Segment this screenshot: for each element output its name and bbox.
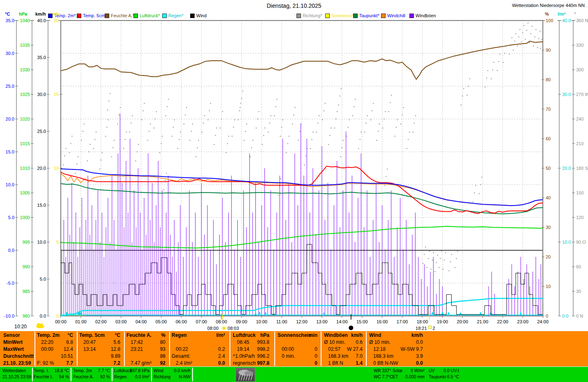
tick-label: 01:00 bbox=[75, 319, 87, 324]
tick-label: 10 bbox=[54, 166, 59, 171]
status-divider bbox=[71, 368, 71, 381]
chart-plot[interactable]: 35.030.025.020.015.010.05.00.0-5.0-10.01… bbox=[0, 0, 588, 330]
tick-label: 360 N bbox=[576, 18, 588, 23]
status-line: Wind0.0 km/h bbox=[153, 367, 191, 373]
tick-label: 10.0 bbox=[6, 182, 14, 187]
tick-label: 0 bbox=[56, 313, 59, 318]
tick-label: 30.0 bbox=[6, 51, 14, 56]
table-row: Regenl/m² bbox=[170, 332, 227, 339]
table-row: 13:1412.8 bbox=[78, 346, 122, 353]
tick-label: 40.0 bbox=[37, 18, 46, 23]
status-line: Luftdruck997.8 hPa bbox=[113, 367, 150, 373]
tick-label: 5 bbox=[56, 240, 59, 245]
table-row: 17:4280 bbox=[125, 339, 168, 346]
tick-label: 13:00 bbox=[316, 319, 328, 324]
tick-label: 1015 bbox=[20, 141, 30, 146]
table-column-luftdruck: LuftdruckhPa06:45993.819:14998.2^1.0hPa/… bbox=[231, 331, 271, 366]
tick-label: 18:00 bbox=[417, 319, 428, 324]
status-cell-l4: Wind0.0 km/hRichtungN-NW bbox=[153, 367, 191, 382]
table-column-temp-5cm: Temp. 5cm°C20:475.613:1412.89.897.2 bbox=[78, 331, 122, 366]
tick-label: 20 bbox=[546, 254, 551, 259]
status-line: WC 7.7°C bbox=[373, 373, 390, 379]
table-row: 86 bbox=[125, 353, 168, 360]
tick-label: 02:00 bbox=[95, 319, 107, 324]
table-column-windb-en: Windböenkm/hØ 10 min.0.602:57W 27.4168.3… bbox=[322, 331, 365, 366]
table-row: 00:220.2 bbox=[170, 346, 227, 353]
tick-label: 0 N bbox=[576, 313, 583, 318]
tick-label: 10.0 bbox=[562, 240, 571, 245]
tick-label: 980 bbox=[23, 313, 30, 318]
table-row: 2.4 l/m²0.0 bbox=[170, 360, 227, 367]
tick-label: 70 bbox=[546, 107, 551, 112]
tick-label: 985 bbox=[23, 289, 30, 294]
table-row: Ø 10 min.0.6 bbox=[322, 339, 365, 346]
status-line: Feuchte I.54 % bbox=[33, 373, 70, 379]
status-cell-l3: Luftdruck997.8 hPaRegen0.0 l/m² bbox=[113, 367, 150, 382]
table-divider bbox=[230, 332, 230, 366]
table-row: 22:206.8 bbox=[35, 339, 75, 346]
table-row: 23:2193 bbox=[125, 346, 168, 353]
table-column-temp-2m: Temp. 2m°C22:206.800:0012.410.51F: 92 %7… bbox=[35, 331, 75, 366]
status-line: Wetterdaten bbox=[2, 367, 31, 373]
summary-table: SensorMinWertMaxWertDurchschnitt21.10. 2… bbox=[0, 330, 588, 367]
tick-label: 80 bbox=[546, 77, 551, 82]
status-cell-l1: Temp. I.18.8 °CFeuchte I.54 % bbox=[33, 367, 70, 382]
tick-label: 16:00 bbox=[377, 319, 388, 324]
tick-label: 05:00 bbox=[156, 319, 167, 324]
tick-label: 30 bbox=[546, 225, 551, 230]
tick-label: 300 bbox=[576, 67, 583, 72]
tick-label: 150 bbox=[576, 190, 583, 195]
status-cell-l0: Wetterdaten21.10.25 23:59 bbox=[2, 367, 31, 382]
table-row: Sensor bbox=[2, 332, 33, 339]
tick-label: -5.0 bbox=[7, 281, 14, 286]
table-row: Sonnenscheinmin bbox=[276, 332, 319, 339]
table-row: 00:0012.4 bbox=[35, 346, 75, 353]
tick-label: 180 S bbox=[576, 166, 588, 171]
status-cell-r0: WR 337°WC 7.7°C bbox=[373, 367, 390, 382]
tick-label: 995 bbox=[23, 240, 30, 245]
tick-label: 210 bbox=[576, 141, 583, 146]
tick-label: 1040 bbox=[20, 18, 30, 23]
tick-label: 20.0 bbox=[562, 166, 571, 171]
tick-label: 15:00 bbox=[356, 319, 368, 324]
table-row: 00:000 bbox=[276, 346, 319, 353]
status-divider bbox=[112, 368, 113, 381]
tick-label: 18:21 bbox=[416, 326, 427, 330]
tick-label: 1000 bbox=[20, 215, 30, 220]
tick-label: 11:00 bbox=[276, 319, 287, 324]
tick-label: 240 bbox=[576, 117, 583, 121]
table-row: LuftdruckhPa bbox=[231, 332, 271, 339]
tick-label: 08:00 bbox=[207, 326, 219, 330]
tick-label: -10.0 bbox=[4, 313, 14, 318]
table-row: 20:475.6 bbox=[78, 339, 122, 346]
status-line: Taupunkt6.5 °C bbox=[428, 373, 460, 379]
table-column-regen: Regenl/m²00:220.2Gesamt:2.42.4 l/m²0.0 bbox=[170, 331, 227, 366]
table-column-wind: Windkm/hØ 10 min.0.012:18W-SW 9.7168.3 k… bbox=[368, 331, 425, 366]
status-line: RichtungN-NW bbox=[153, 373, 191, 379]
weather-app-window: Dienstag, 21.10.2025 Wetterstation Niede… bbox=[0, 0, 588, 382]
tick-label: 20 bbox=[54, 18, 59, 23]
table-row: Temp. 5cm°C bbox=[78, 332, 122, 339]
status-cell-r1: Solar0 W/m²ET0.000 mm bbox=[392, 367, 425, 382]
tick-label: 22:00 bbox=[497, 319, 508, 324]
tick-label: 15 bbox=[54, 92, 59, 97]
tick-label: 1035 bbox=[20, 43, 30, 48]
tick-label: 0 bbox=[546, 313, 548, 318]
status-line: 21.10.25 23:59 bbox=[2, 373, 31, 379]
table-row: 7.47 g/m³92 bbox=[125, 360, 168, 367]
table-divider bbox=[321, 332, 322, 366]
tick-label: 1005 bbox=[20, 190, 30, 195]
table-row: 21.10. 23:59 bbox=[2, 360, 33, 367]
status-line: Solar0 W/m² bbox=[392, 367, 425, 373]
grid bbox=[61, 21, 543, 316]
table-row: Windkm/h bbox=[368, 332, 425, 339]
table-row: 06:45993.8 bbox=[231, 339, 271, 346]
sunset-icon bbox=[429, 326, 432, 329]
table-divider bbox=[366, 332, 367, 366]
tick-label: 0.0 bbox=[8, 248, 14, 253]
tick-label: 19:00 bbox=[437, 319, 448, 324]
tick-label: 100 bbox=[546, 18, 553, 23]
table-row: 0 Bft N-NW0.0 bbox=[368, 360, 425, 367]
tick-label: 20:00 bbox=[457, 319, 469, 324]
table-row: 19:14998.2 bbox=[231, 346, 271, 353]
